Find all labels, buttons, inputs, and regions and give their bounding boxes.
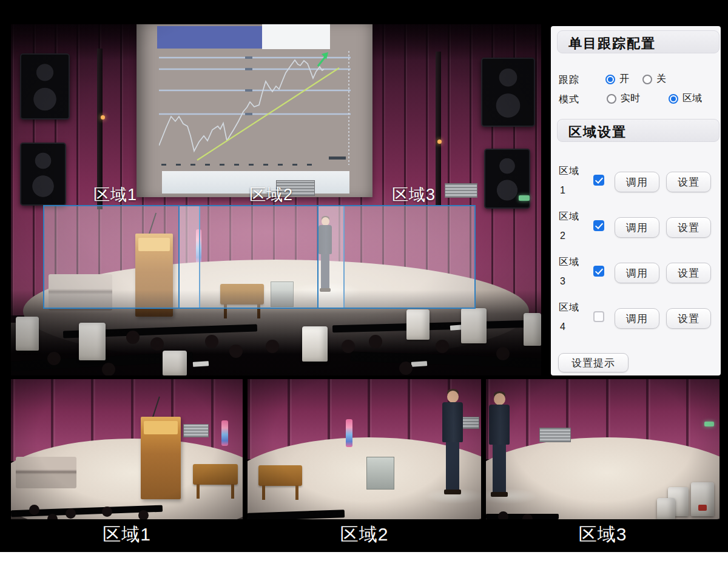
audience-head	[29, 505, 39, 515]
region-2-checkbox[interactable]	[593, 220, 604, 231]
thumbnail-label-2: 区域2	[248, 523, 481, 546]
audience-head	[496, 347, 510, 360]
region-row-3-name: 区域	[559, 256, 579, 269]
stage-steps	[16, 457, 76, 488]
radio-mode-realtime-label: 实时	[621, 92, 640, 105]
red-object	[698, 505, 707, 511]
slide-line-chart	[159, 50, 351, 168]
region-3-set-button[interactable]: 设置	[666, 263, 711, 283]
presenter-figure	[439, 389, 466, 496]
slide-blue-block	[157, 26, 262, 49]
audience-head	[229, 345, 243, 358]
paper-bag	[79, 323, 106, 360]
set-hint-button[interactable]: 设置提示	[558, 353, 629, 372]
audience-head	[66, 508, 76, 519]
radio-mode-realtime[interactable]	[607, 94, 616, 104]
colored-pole	[346, 419, 352, 447]
paper-bag	[461, 308, 487, 343]
audience-head	[126, 331, 140, 344]
region-section-title-bar: 区域设置	[557, 119, 720, 142]
region-overlay-1[interactable]	[43, 205, 200, 309]
paper-bag	[16, 317, 39, 351]
tracking-option-off[interactable]: 关	[642, 73, 666, 86]
projection-screen	[136, 24, 372, 197]
region-overlay-3[interactable]	[317, 205, 476, 309]
region-2-set-button[interactable]: 设置	[666, 217, 711, 238]
lighting-truss	[436, 52, 441, 206]
tracking-option-on[interactable]: 开	[605, 73, 629, 86]
thumbnail-region-2	[248, 379, 481, 519]
region-1-checkbox[interactable]	[593, 175, 604, 186]
panel-title-bar: 单目跟踪配置	[557, 30, 720, 53]
region-3-call-button[interactable]: 调用	[615, 263, 659, 283]
audience-head	[498, 511, 508, 519]
lectern	[141, 417, 181, 499]
speaker-box	[20, 53, 70, 120]
colored-pole	[221, 420, 228, 446]
radio-tracking-on[interactable]	[605, 75, 615, 84]
region-4-checkbox[interactable]	[593, 311, 604, 322]
audience-head	[399, 362, 413, 375]
region-3-checkbox[interactable]	[593, 266, 604, 277]
thumbnail-region-3	[486, 379, 720, 519]
panel-title: 单目跟踪配置	[568, 35, 719, 53]
region-row-2-number: 2	[560, 231, 565, 241]
presenter-figure	[486, 391, 513, 498]
thumbnail-region-1	[11, 379, 243, 519]
region-2-call-button[interactable]: 调用	[615, 217, 659, 238]
audience-head	[205, 335, 218, 348]
region-row-4-name: 区域	[559, 301, 579, 314]
audience-head	[102, 507, 112, 517]
audience-head	[342, 340, 355, 353]
mode-option-region[interactable]: 区域	[669, 92, 702, 105]
region-row-3-number: 3	[560, 276, 565, 287]
mode-option-realtime[interactable]: 实时	[607, 92, 640, 105]
region-section-title: 区域设置	[568, 123, 719, 141]
audience-head	[436, 340, 449, 353]
radio-tracking-on-label: 开	[619, 73, 629, 86]
wall-vent	[445, 183, 477, 198]
audience-head	[150, 337, 164, 351]
region-4-set-button[interactable]: 设置	[666, 308, 711, 329]
exit-sign	[704, 422, 714, 426]
audience-head	[266, 340, 279, 353]
paper-bag	[657, 498, 675, 519]
main-camera-view[interactable]: 区域1 区域2 区域3	[11, 24, 541, 375]
audience-head	[138, 510, 149, 519]
tracking-config-panel: 单目跟踪配置 跟踪 开 关 模式 实时 区域 区域设置 区域 1 调用 设置	[551, 26, 721, 375]
region-overlay-label-1: 区域1	[93, 186, 137, 204]
stage-table	[193, 464, 238, 485]
region-row-4-number: 4	[560, 322, 565, 332]
wall-vent	[539, 428, 571, 442]
audience-head	[47, 352, 61, 365]
radio-mode-region-label: 区域	[682, 92, 702, 105]
region-4-call-button[interactable]: 调用	[615, 308, 659, 329]
slide-white-block	[262, 24, 330, 49]
region-overlay-label-3: 区域3	[392, 186, 436, 204]
paper-bag	[302, 326, 328, 362]
thumbnail-label-3: 区域3	[486, 523, 720, 546]
audience-head	[102, 363, 115, 375]
region-overlay-label-2: 区域2	[249, 186, 293, 204]
wall-vent	[183, 424, 209, 437]
speaker-box	[481, 58, 535, 127]
region-1-set-button[interactable]: 设置	[666, 172, 711, 192]
paper-bag	[406, 309, 430, 340]
exit-sign	[519, 195, 530, 201]
region-row-1-name: 区域	[559, 165, 579, 178]
radio-tracking-off[interactable]	[642, 75, 652, 84]
paper-bag	[691, 482, 714, 516]
paper-bag	[163, 351, 187, 375]
floor-box	[366, 457, 394, 490]
mode-label: 模式	[559, 93, 579, 106]
stage-table	[258, 465, 302, 486]
audience-head	[369, 335, 382, 348]
stage-light	[437, 140, 442, 144]
region-1-call-button[interactable]: 调用	[615, 172, 659, 192]
region-row-2-name: 区域	[559, 210, 579, 223]
radio-mode-region[interactable]	[669, 94, 678, 104]
app-root: 区域1 区域2 区域3 单目跟踪配置 跟踪 开 关 模式 实时 区域 区域设置	[0, 0, 728, 569]
paper-bag	[524, 313, 541, 346]
radio-tracking-off-label: 关	[656, 73, 666, 86]
stage-light	[101, 115, 105, 120]
